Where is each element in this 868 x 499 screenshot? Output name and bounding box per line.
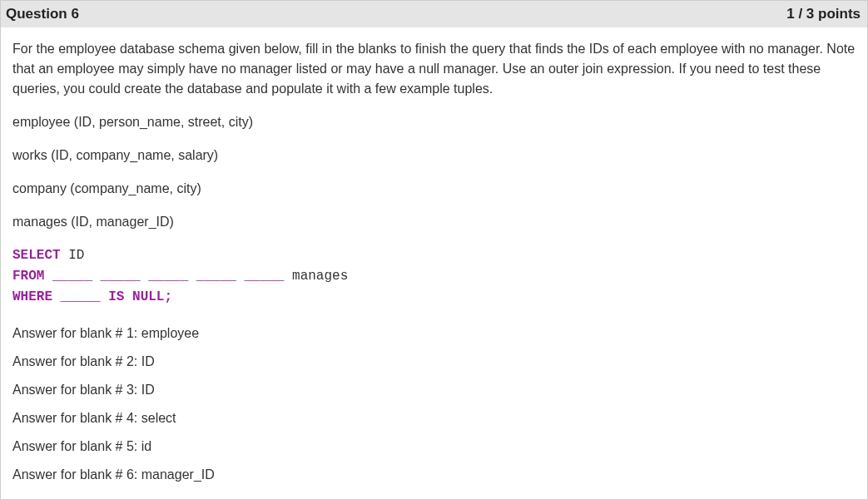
schema-line-company: company (company_name, city) <box>12 179 856 199</box>
answer-line-4: Answer for blank # 4: select <box>12 408 856 428</box>
keyword-from: FROM <box>12 269 44 284</box>
question-body: For the employee database schema given b… <box>1 27 867 499</box>
blank-2: _____ <box>92 269 141 284</box>
question-container: Question 6 1 / 3 points For the employee… <box>0 0 868 499</box>
blank-3: _____ <box>141 269 189 284</box>
from-tail: manages <box>284 269 348 284</box>
sql-code-block: SELECT ID FROM _____ _____ _____ _____ _… <box>12 245 856 307</box>
answer-line-6: Answer for blank # 6: manager_ID <box>12 465 856 485</box>
blank-5: _____ <box>236 269 285 284</box>
schema-line-manages: manages (ID, manager_ID) <box>12 212 856 232</box>
answer-line-3: Answer for blank # 3: ID <box>12 380 856 400</box>
question-title: Question 6 <box>6 6 79 22</box>
blank-6: _____ <box>52 289 101 304</box>
select-column: ID <box>61 248 85 263</box>
keyword-is: IS <box>101 289 125 304</box>
answer-line-1: Answer for blank # 1: employee <box>12 324 856 343</box>
question-prompt: For the employee database schema given b… <box>12 39 856 99</box>
keyword-select: SELECT <box>12 248 61 263</box>
blank-1: _____ <box>44 269 92 284</box>
blank-4: _____ <box>188 269 236 284</box>
keyword-where: WHERE <box>12 289 52 304</box>
semicolon: ; <box>164 289 172 304</box>
keyword-null: NULL <box>124 289 164 304</box>
schema-line-works: works (ID, company_name, salary) <box>12 146 856 166</box>
question-header: Question 6 1 / 3 points <box>1 1 867 27</box>
schema-line-employee: employee (ID, person_name, street, city) <box>12 112 856 132</box>
answer-line-2: Answer for blank # 2: ID <box>12 352 856 372</box>
answers-block: Answer for blank # 1: employee Answer fo… <box>12 324 856 485</box>
answer-line-5: Answer for blank # 5: id <box>12 437 856 457</box>
question-points: 1 / 3 points <box>786 6 861 22</box>
